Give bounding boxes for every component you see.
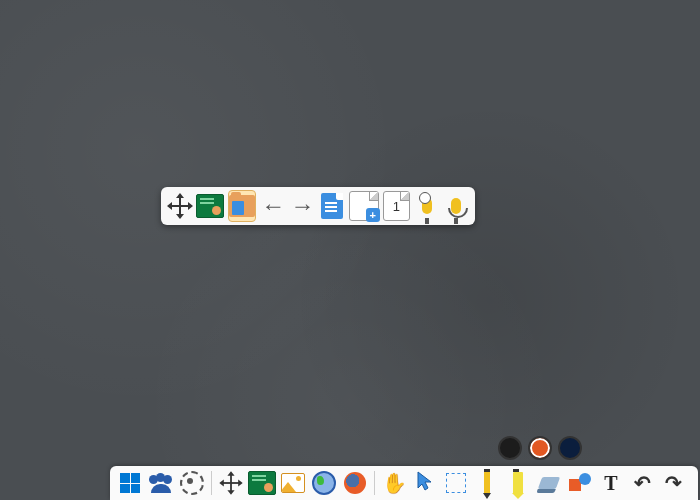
redo-button[interactable]: ↷: [659, 469, 687, 497]
select-tool[interactable]: [442, 469, 470, 497]
gear-icon: [180, 471, 204, 495]
people-icon: [149, 473, 173, 493]
microphone-icon: [451, 198, 461, 214]
classroom-button[interactable]: [147, 469, 175, 497]
pointer-icon: [416, 470, 434, 496]
color-picker: [498, 436, 582, 460]
page-number-display[interactable]: 1: [383, 191, 410, 221]
document-view[interactable]: [319, 191, 344, 221]
move-tool[interactable]: [217, 469, 245, 497]
web-microphone-icon: [422, 198, 432, 214]
desktop-background: ← → + 1: [0, 0, 700, 500]
document-icon: [321, 193, 343, 219]
start-menu[interactable]: [116, 469, 144, 497]
separator: [211, 471, 212, 495]
floating-toolbar: ← → + 1: [161, 187, 475, 225]
open-document[interactable]: [228, 190, 256, 222]
blackboard-tool[interactable]: [196, 191, 224, 221]
world-button[interactable]: [310, 469, 338, 497]
previous-page[interactable]: ←: [260, 191, 285, 221]
separator: [374, 471, 375, 495]
hand-icon: ✋: [382, 471, 407, 495]
shapes-tool[interactable]: [566, 469, 594, 497]
redo-icon: ↷: [665, 471, 682, 495]
undo-icon: ↶: [634, 471, 651, 495]
blackboard-icon: [248, 471, 276, 495]
browser-button[interactable]: [341, 469, 369, 497]
move-handle[interactable]: [167, 191, 192, 221]
next-page[interactable]: →: [290, 191, 315, 221]
pan-tool[interactable]: ✋: [380, 469, 408, 497]
color-orange[interactable]: [528, 436, 552, 460]
toggle-board[interactable]: [248, 469, 276, 497]
globe-icon: [312, 471, 336, 495]
move-icon: [169, 195, 191, 217]
microphone[interactable]: [444, 191, 469, 221]
text-tool[interactable]: T: [597, 469, 625, 497]
highlighter-tool[interactable]: [504, 469, 532, 497]
page-plus-icon: +: [349, 191, 379, 221]
image-icon: [281, 473, 305, 493]
color-navy[interactable]: [558, 436, 582, 460]
blackboard-icon: [196, 194, 224, 218]
bottom-toolbar: ✋ T ↶ ↷: [110, 466, 698, 500]
pen-icon: [484, 472, 490, 494]
pointer-tool[interactable]: [411, 469, 439, 497]
folder-icon: [229, 195, 255, 217]
undo-button[interactable]: ↶: [628, 469, 656, 497]
add-page[interactable]: +: [349, 191, 379, 221]
eraser-icon: [538, 477, 560, 489]
pen-tool[interactable]: [473, 469, 501, 497]
insert-image[interactable]: [279, 469, 307, 497]
firefox-icon: [344, 472, 366, 494]
arrow-left-icon: ←: [261, 192, 285, 220]
arrow-right-icon: →: [291, 192, 315, 220]
text-icon: T: [604, 472, 617, 495]
highlighter-icon: [513, 472, 523, 494]
web-microphone[interactable]: [414, 191, 439, 221]
move-icon: [221, 473, 241, 493]
eraser-tool[interactable]: [535, 469, 563, 497]
shapes-icon: [569, 473, 591, 493]
marquee-icon: [446, 473, 466, 493]
settings-button[interactable]: [178, 469, 206, 497]
color-black[interactable]: [498, 436, 522, 460]
plus-badge: +: [366, 208, 380, 222]
page-number-value: 1: [393, 199, 400, 214]
windows-icon: [120, 473, 140, 493]
